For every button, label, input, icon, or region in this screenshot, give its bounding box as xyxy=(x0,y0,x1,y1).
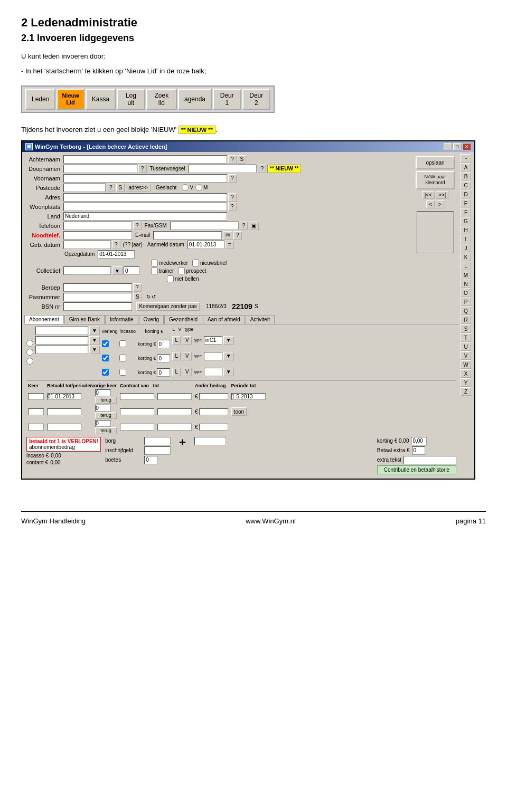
naw-klembord-btn[interactable]: NAW naarklembord xyxy=(416,171,455,189)
inc2-input[interactable] xyxy=(204,352,222,360)
sidebar-o[interactable]: O xyxy=(461,289,471,297)
prospect-option[interactable]: prospect xyxy=(178,268,206,274)
verleng-cb3-input[interactable] xyxy=(102,369,109,376)
betaald-val1[interactable] xyxy=(95,389,111,396)
nav-next-btn[interactable]: > xyxy=(436,200,444,208)
l-btn3[interactable]: L xyxy=(172,368,181,376)
gebdatum-help-btn[interactable]: ? xyxy=(112,241,120,249)
ander-val3[interactable] xyxy=(199,424,228,431)
gebdatum-input[interactable] xyxy=(63,241,111,249)
incasso-cb1-input[interactable] xyxy=(119,340,126,347)
l-btn1[interactable]: L xyxy=(172,336,181,345)
email-help-btn[interactable]: ? xyxy=(233,231,242,240)
sidebar-w[interactable]: W xyxy=(461,360,471,369)
abo-radio3-input[interactable] xyxy=(26,358,33,365)
collectief-input[interactable] xyxy=(63,266,111,275)
betaal-extra-input[interactable] xyxy=(412,446,425,455)
terug-btn3[interactable]: terug xyxy=(95,427,117,434)
toolbar-leden-btn[interactable]: Leden xyxy=(25,89,55,110)
v-btn1[interactable]: V xyxy=(183,336,192,345)
minimize-btn[interactable]: _ xyxy=(444,143,452,150)
tab-aanafmeld[interactable]: Aan of afmeld xyxy=(203,315,245,324)
abo-drop2[interactable]: ▼ xyxy=(89,336,100,345)
nieuwsbrief-checkbox[interactable] xyxy=(192,260,199,266)
toolbar-deur2-btn[interactable]: Deur 2 xyxy=(242,89,270,110)
keer-input2[interactable] xyxy=(28,408,44,415)
opslaan-btn[interactable]: opslaan xyxy=(416,156,455,169)
adres-btn[interactable]: adres>> xyxy=(126,184,151,192)
niet-bellen-checkbox[interactable] xyxy=(167,275,174,282)
incasso-cb3-input[interactable] xyxy=(119,369,126,376)
sidebar-x[interactable]: X xyxy=(461,369,471,378)
aanmeld-eq-btn[interactable]: = xyxy=(226,241,234,249)
sidebar-v[interactable]: V xyxy=(461,351,471,360)
doopnamen-help-btn[interactable]: ? xyxy=(138,165,147,173)
sidebar-c[interactable]: C xyxy=(461,181,471,189)
keer-input1[interactable] xyxy=(28,393,44,400)
contract-van1[interactable] xyxy=(120,393,154,400)
v-btn2[interactable]: V xyxy=(183,352,192,360)
contract-van2[interactable] xyxy=(120,408,154,415)
tab-overig[interactable]: Overig xyxy=(139,315,164,324)
maximize-btn[interactable]: □ xyxy=(453,143,462,150)
sidebar-d[interactable]: D xyxy=(461,190,471,198)
v-btn3[interactable]: V xyxy=(183,368,192,376)
toolbar-agenda-btn[interactable]: agenda xyxy=(178,89,212,110)
incasso-cb2-input[interactable] xyxy=(119,355,126,361)
bsn-input[interactable] xyxy=(63,302,132,311)
toon-btn[interactable]: toon xyxy=(231,407,247,416)
ander-val1[interactable] xyxy=(199,393,228,400)
achternaam-s-btn[interactable]: S xyxy=(238,155,247,164)
inc1-drop[interactable]: ▼ xyxy=(223,336,234,345)
keer-input3[interactable] xyxy=(28,424,44,431)
geslacht-m-radio[interactable] xyxy=(195,184,202,191)
adres-input[interactable] xyxy=(63,193,227,202)
sidebar-h[interactable]: H xyxy=(461,226,471,234)
verleng-cb1-input[interactable] xyxy=(102,340,109,347)
nav-first-btn[interactable]: |<< xyxy=(422,191,435,199)
sidebar-ellipsis[interactable]: ··· xyxy=(461,154,471,163)
sidebar-p[interactable]: P xyxy=(461,298,471,306)
sidebar-i[interactable]: I xyxy=(461,235,471,243)
tab-activiteit[interactable]: Activiteit xyxy=(246,315,275,324)
tussenvoegsel-help-btn[interactable]: ? xyxy=(258,165,266,173)
korting-val3[interactable] xyxy=(157,368,170,377)
inc3-input[interactable] xyxy=(204,368,222,376)
sidebar-g[interactable]: G xyxy=(461,217,471,225)
noodtelef-input[interactable] xyxy=(63,231,132,240)
boetes-input[interactable] xyxy=(144,456,157,464)
toolbar-logout-btn[interactable]: Log uit xyxy=(117,89,145,110)
verleng-cb3[interactable] xyxy=(102,369,118,377)
contract-tot2[interactable] xyxy=(157,408,192,415)
borg-input[interactable] xyxy=(144,437,171,445)
tab-abonnement[interactable]: Abonnement xyxy=(24,315,64,324)
betaald-date1[interactable] xyxy=(47,393,81,400)
contrib-btn[interactable]: Contributie en betaalhistorie xyxy=(377,465,456,474)
contract-tot1[interactable] xyxy=(157,393,192,400)
extra-tekst-input[interactable] xyxy=(403,456,456,464)
incasso-cb2[interactable] xyxy=(119,355,136,362)
contract-tot3[interactable] xyxy=(157,424,192,431)
l-btn2[interactable]: L xyxy=(172,352,181,360)
sidebar-s[interactable]: S xyxy=(461,324,471,333)
periode-val1[interactable] xyxy=(231,393,266,400)
sidebar-f[interactable]: F xyxy=(461,208,471,216)
nieuwsbrief-option[interactable]: nieuwsbrief xyxy=(192,260,227,266)
terug-btn1[interactable]: terug xyxy=(95,397,117,404)
sidebar-l[interactable]: L xyxy=(461,262,471,270)
inschrijfgeld-input[interactable] xyxy=(144,446,171,455)
abo-radio1-input[interactable] xyxy=(26,340,33,347)
prospect-checkbox[interactable] xyxy=(178,268,185,274)
toolbar-kassa-btn[interactable]: Kassa xyxy=(86,89,116,110)
korting-val2[interactable] xyxy=(157,354,170,362)
incasso-cb3[interactable] xyxy=(119,369,136,377)
abo-radio2[interactable] xyxy=(26,349,33,357)
collectief-val-input[interactable] xyxy=(124,266,139,275)
abo-drop3[interactable]: ▼ xyxy=(89,346,100,354)
adres-help-btn[interactable]: ? xyxy=(228,193,237,202)
inc1-input[interactable] xyxy=(204,336,222,345)
medewerker-checkbox[interactable] xyxy=(151,260,158,266)
trainer-checkbox[interactable] xyxy=(151,268,158,274)
tab-gezondheid[interactable]: Gezondheid xyxy=(164,315,202,324)
voornaam-help-btn[interactable]: ? xyxy=(228,174,237,183)
